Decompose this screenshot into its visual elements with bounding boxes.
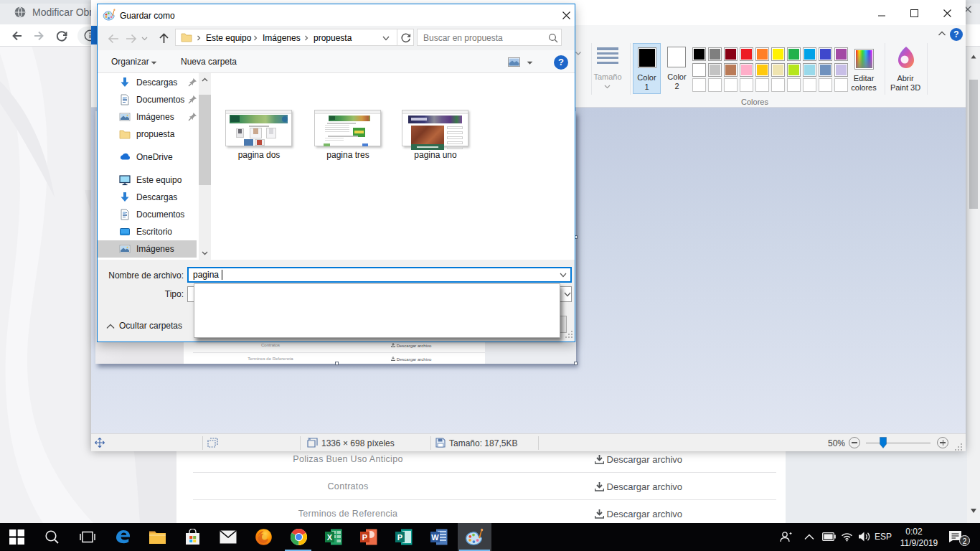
svg-text:W: W [431, 533, 439, 542]
svg-text:X: X [327, 533, 333, 542]
svg-text:P: P [397, 533, 402, 542]
svg-text:P: P [362, 533, 367, 542]
